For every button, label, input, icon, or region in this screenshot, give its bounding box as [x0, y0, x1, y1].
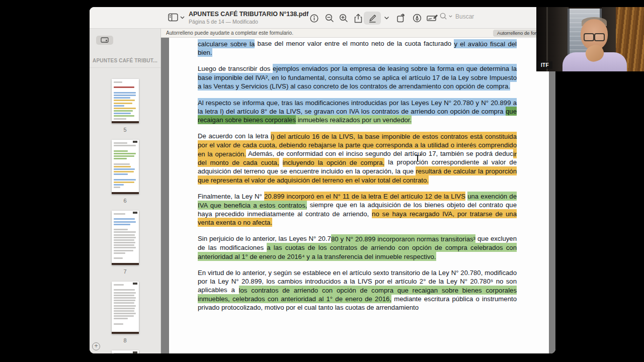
thumbnail-list: 5678: [90, 72, 160, 353]
info-icon: [310, 14, 318, 23]
glasses: [584, 33, 605, 40]
zoom-out-icon: [325, 14, 334, 23]
signature-button[interactable]: [426, 12, 439, 25]
text-cursor-icon: [415, 154, 420, 162]
text-segment: Sin perjuicio de lo anterior, las Leyes …: [198, 235, 331, 242]
text-segment: base del menor valor entre el monto neto…: [255, 40, 454, 47]
page-thumbnail[interactable]: 7: [112, 211, 139, 275]
text-segment: incluyendo la opción de compra,: [283, 158, 385, 167]
share-button[interactable]: [352, 12, 365, 25]
text-segment: inmuebles realizados por un vendedor.: [296, 115, 412, 124]
rotate-icon: [396, 14, 406, 23]
text-segment: Finalmente, la Ley N°: [198, 193, 264, 200]
text-segment: 20.899 incorporó en el N° 11 de la letra…: [264, 192, 465, 201]
page-thumbnail[interactable]: 6: [112, 140, 139, 204]
screen-person-icon: [101, 37, 109, 43]
search-placeholder: Buscar: [455, 13, 474, 20]
chevron-down-icon: [449, 15, 452, 18]
screen-share-indicator[interactable]: [96, 36, 113, 45]
document-paragraph: De acuerdo con la letra i) del artículo …: [198, 132, 517, 184]
document-viewport[interactable]: calcularse sobre la base del menor valor…: [161, 38, 555, 353]
participant-name-badge: ITF: [537, 61, 552, 69]
document-paragraph: Sin perjuicio de lo anterior, las Leyes …: [198, 234, 517, 260]
info-button[interactable]: [307, 12, 320, 25]
zoom-in-button[interactable]: [337, 12, 350, 25]
page-thumbnail[interactable]: [112, 350, 139, 353]
document-paragraph: Al respecto se informa que, tras las mod…: [198, 98, 517, 124]
markup-pencil-icon: [368, 14, 377, 23]
page-number: 8: [123, 337, 126, 343]
text-segment: De acuerdo con la letra: [198, 132, 271, 140]
add-button[interactable]: +: [92, 342, 100, 350]
document-title-block: APUNTES CAFÉ TRIBUTARIO N°138.pdf Página…: [189, 11, 308, 25]
sidebar-icon: [168, 13, 178, 22]
webcam-video: ITF: [536, 7, 644, 71]
page-number: 6: [123, 198, 126, 204]
thumbnail-sidebar: APUNTES CAFÉ TRIBUT... 5678 +: [90, 29, 161, 353]
sidebar-document-label: APUNTES CAFÉ TRIBUT...: [90, 58, 160, 68]
text-segment: Además, de conformidad con el inciso seg…: [246, 150, 513, 157]
markup-menu-button[interactable]: [382, 12, 390, 25]
sidebar-toggle-button[interactable]: [168, 13, 185, 22]
draw-button[interactable]: [411, 12, 424, 25]
search-icon: [440, 13, 447, 20]
preview-app-window: APUNTES CAFÉ TRIBUTARIO N°138.pdf Página…: [90, 7, 555, 353]
text-segment: [279, 158, 283, 166]
autofill-bar: Autorrelleno puede ayudarte a completar …: [161, 29, 555, 38]
chevron-down-icon: [384, 17, 389, 20]
document-paragraph: En virtud de lo anterior, y según se est…: [198, 268, 517, 312]
search-field[interactable]: Buscar: [440, 13, 474, 20]
document-title: APUNTES CAFÉ TRIBUTARIO N°138.pdf: [189, 11, 308, 18]
pdf-page: calcularse sobre la base del menor valor…: [169, 38, 549, 353]
document-text: calcularse sobre la base del menor valor…: [198, 39, 517, 312]
text-segment: calcularse sobre la: [198, 39, 255, 48]
markup-button[interactable]: [364, 12, 381, 25]
zoom-out-button[interactable]: [323, 12, 336, 25]
page-thumbnail[interactable]: 5: [112, 79, 139, 133]
text-segment: Luego de transcribir dos: [198, 65, 273, 72]
page-number: 7: [123, 268, 126, 275]
draw-circle-icon: [413, 14, 422, 23]
page-thumbnail[interactable]: 8: [112, 282, 139, 343]
document-paragraph: Luego de transcribir dos ejemplos enviad…: [198, 64, 517, 90]
zoom-in-icon: [339, 14, 348, 23]
document-content-area: Autorrelleno puede ayudarte a completar …: [161, 29, 555, 353]
signature-icon: [427, 14, 438, 22]
document-paragraph: Finalmente, la Ley N° 20.899 incorporó e…: [198, 192, 517, 227]
autofill-message: Autorrelleno puede ayudarte a completar …: [166, 30, 293, 36]
document-page-status: Página 5 de 14 — Modificado: [189, 19, 308, 25]
chevron-down-icon: [180, 16, 185, 19]
document-paragraph: calcularse sobre la base del menor valor…: [198, 39, 517, 57]
rotate-button[interactable]: [394, 12, 408, 25]
share-icon: [354, 14, 362, 23]
page-number: 5: [123, 127, 126, 133]
text-segment: 80 y N° 20.899 incorporaron normas trans…: [331, 234, 475, 243]
text-segment: Al respecto se informa que, tras las mod…: [198, 98, 517, 116]
toolbar: APUNTES CAFÉ TRIBUTARIO N°138.pdf Página…: [90, 7, 555, 29]
